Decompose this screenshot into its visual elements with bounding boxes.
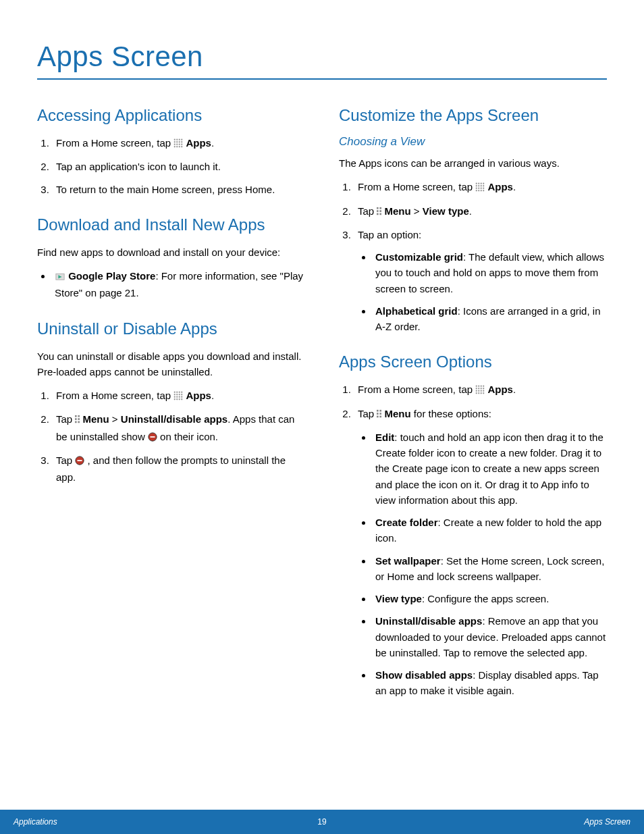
step-text: Tap — [56, 454, 75, 466]
step-bold: Apps — [487, 384, 513, 395]
step-text: From a Home screen, tap — [56, 137, 173, 149]
step-text: Tap — [56, 413, 75, 425]
page-title: Apps Screen — [37, 41, 607, 73]
step-text: From a Home screen, tap — [358, 181, 475, 192]
bullet-text: : touch and hold an app icon then drag i… — [375, 432, 603, 506]
list-item: From a Home screen, tap Apps. — [354, 382, 607, 398]
bullet-bold: Edit — [375, 432, 394, 443]
heading-download-install: Download and Install New Apps — [37, 215, 305, 235]
list-item: Show disabled apps: Display disabled app… — [373, 667, 607, 699]
menu-icon — [377, 205, 381, 220]
bullet-text: : Configure the apps screen. — [422, 593, 549, 604]
step-text: . — [513, 384, 516, 395]
list-item: Uninstall/disable apps: Remove an app th… — [373, 613, 607, 660]
step-text: , and then follow the prompts to uninsta… — [56, 454, 286, 483]
bullet-bold: Customizable grid — [375, 251, 463, 263]
heading-apps-screen-options: Apps Screen Options — [339, 352, 607, 372]
subheading-choosing-view: Choosing a View — [339, 135, 607, 149]
bullet-bold: Alphabetical grid — [375, 305, 458, 317]
step-text: . — [513, 181, 516, 192]
step-bold: Menu — [385, 408, 411, 419]
footer-left: Applications — [14, 817, 57, 827]
list-item: View type: Configure the apps screen. — [373, 591, 607, 606]
bullet-bold: Create folder — [375, 517, 438, 528]
list-item: Tap an option: Customizable grid: The de… — [354, 227, 607, 335]
step-text: > — [109, 413, 121, 425]
uninstall-intro: You can uninstall or disable apps you do… — [37, 348, 305, 380]
title-rule — [37, 78, 607, 80]
view-options: Customizable grid: The default view, whi… — [358, 249, 607, 334]
left-column: Accessing Applications From a Home scree… — [37, 105, 305, 707]
apps-icon — [475, 180, 485, 196]
step-bold: Apps — [186, 137, 211, 149]
bullet-bold: View type — [375, 593, 422, 604]
list-item: Set wallpaper: Set the Home screen, Lock… — [373, 553, 607, 585]
apps-icon — [173, 389, 183, 405]
bullet-bold: Uninstall/disable apps — [375, 615, 482, 627]
list-item: Customizable grid: The default view, whi… — [373, 249, 607, 296]
apps-screen-options-steps: From a Home screen, tap Apps. Tap Menu f… — [339, 382, 607, 698]
list-item: From a Home screen, tap Apps. — [354, 179, 607, 196]
list-item: From a Home screen, tap Apps. — [52, 135, 305, 152]
list-item: To return to the main Home screen, press… — [52, 182, 305, 197]
bullet-bold: Set wallpaper — [375, 555, 441, 567]
step-bold: View type — [423, 205, 469, 217]
list-item: Tap Menu for these options: Edit: touch … — [354, 406, 607, 699]
list-item: Tap Menu > Uninstall/disable apps. Apps … — [52, 411, 305, 446]
list-item: Tap an application's icon to launch it. — [52, 159, 305, 174]
uninstall-steps: From a Home screen, tap Apps. Tap Menu >… — [37, 388, 305, 485]
right-column: Customize the Apps Screen Choosing a Vie… — [339, 105, 607, 707]
list-item: From a Home screen, tap Apps. — [52, 388, 305, 405]
step-text: Tap an application's icon to launch it. — [56, 161, 221, 172]
play-store-icon — [55, 269, 65, 285]
list-item: Tap Menu > View type. — [354, 203, 607, 220]
minus-icon — [148, 430, 157, 446]
footer-right: Apps Screen — [584, 817, 630, 827]
apps-icon — [475, 383, 485, 398]
list-item: Alphabetical grid: Icons are arranged in… — [373, 303, 607, 335]
heading-customize-apps-screen: Customize the Apps Screen — [339, 105, 607, 126]
step-text: Tap — [358, 205, 377, 217]
step-text: . — [211, 137, 214, 149]
step-text: > — [411, 205, 423, 217]
step-text: Tap — [358, 408, 377, 419]
minus-icon — [75, 454, 84, 469]
menu-options: Edit: touch and hold an app icon then dr… — [358, 429, 607, 699]
accessing-applications-steps: From a Home screen, tap Apps. Tap an app… — [37, 135, 305, 197]
step-text: From a Home screen, tap — [358, 384, 475, 395]
download-bullets: Google Play Store: For more information,… — [37, 268, 305, 301]
customize-intro: The Apps icons can be arranged in variou… — [339, 155, 607, 171]
step-bold: Menu — [83, 413, 109, 425]
bullet-bold: Show disabled apps — [375, 669, 473, 681]
customize-steps: From a Home screen, tap Apps. Tap Menu >… — [339, 179, 607, 334]
apps-icon — [173, 136, 183, 152]
bullet-bold: Google Play Store — [68, 270, 155, 282]
list-item: Create folder: Create a new folder to ho… — [373, 515, 607, 546]
step-bold: Menu — [385, 205, 411, 217]
menu-icon — [75, 413, 80, 428]
step-text: To return to the main Home screen, press… — [56, 184, 275, 195]
heading-uninstall-disable: Uninstall or Disable Apps — [37, 319, 305, 339]
step-bold: Apps — [487, 181, 513, 192]
footer-page-number: 19 — [317, 817, 326, 827]
list-item: Edit: touch and hold an app icon then dr… — [373, 429, 607, 508]
step-bold: Apps — [186, 390, 211, 401]
heading-accessing-applications: Accessing Applications — [37, 105, 305, 126]
step-text: From a Home screen, tap — [56, 390, 173, 401]
step-text: . — [211, 390, 214, 401]
step-text: for these options: — [411, 408, 491, 419]
menu-icon — [377, 407, 381, 423]
step-bold: Uninstall/disable apps — [121, 413, 227, 425]
page-footer: Applications 19 Apps Screen — [0, 810, 644, 834]
list-item: Google Play Store: For more information,… — [52, 268, 305, 301]
step-text: Tap an option: — [358, 229, 421, 240]
download-intro: Find new apps to download and install on… — [37, 244, 305, 260]
step-text: . — [469, 205, 472, 217]
step-text: on their icon. — [160, 431, 218, 442]
list-item: Tap , and then follow the prompts to uni… — [52, 452, 305, 486]
